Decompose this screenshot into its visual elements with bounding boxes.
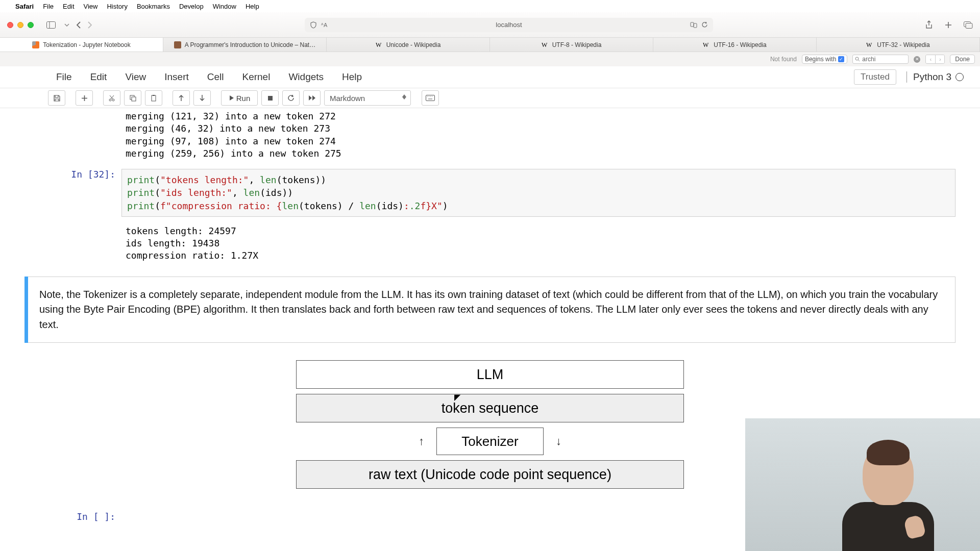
- mouse-cursor-icon: ◤: [454, 392, 460, 402]
- tab-unicode-article[interactable]: A Programmer's Introduction to Unicode –…: [163, 38, 327, 52]
- mac-menu-edit[interactable]: Edit: [63, 3, 74, 10]
- mac-menu-file[interactable]: File: [43, 3, 54, 10]
- move-cell-up-button[interactable]: [173, 90, 190, 106]
- command-palette-button[interactable]: [422, 90, 439, 106]
- tab-wikipedia-utf16[interactable]: W UTF-16 - Wikipedia: [653, 38, 817, 52]
- jupyter-favicon-icon: [32, 41, 39, 48]
- restart-run-all-button[interactable]: [303, 90, 321, 106]
- clear-find-button[interactable]: ✕: [914, 56, 920, 63]
- jupyter-menu-help[interactable]: Help: [342, 71, 362, 83]
- copy-cell-button[interactable]: [124, 90, 141, 106]
- run-label: Run: [236, 94, 251, 103]
- address-bar[interactable]: ᴬA localhost: [305, 18, 713, 32]
- code-cell[interactable]: In [32]: print("tokens length:", len(tok…: [24, 169, 955, 217]
- find-next-button[interactable]: ›: [935, 55, 944, 63]
- svg-rect-17: [152, 95, 156, 101]
- mac-menu-view[interactable]: View: [84, 3, 98, 10]
- mac-menu-bookmarks[interactable]: Bookmarks: [137, 3, 170, 10]
- paste-icon: [150, 94, 157, 102]
- wikipedia-favicon-icon: W: [866, 41, 873, 48]
- move-cell-down-button[interactable]: [193, 90, 211, 106]
- safari-toolbar: ᴬA localhost: [0, 12, 980, 38]
- tokenizer-diagram: LLM ◤ token sequence ↑ Tokenizer ↓ raw t…: [296, 360, 684, 489]
- jupyter-menu-edit[interactable]: Edit: [90, 71, 107, 83]
- wikipedia-favicon-icon: W: [376, 41, 383, 48]
- plus-icon: [81, 95, 88, 102]
- cell-type-select[interactable]: Markdown: [324, 90, 411, 106]
- minimize-window-button[interactable]: [17, 22, 23, 28]
- sidebar-icon: [46, 21, 56, 29]
- tab-jupyter[interactable]: Tokenization - Jupyter Notebook: [0, 38, 163, 52]
- svg-text:W: W: [866, 41, 872, 48]
- code-input-area[interactable]: print("tokens length:", len(tokens)) pri…: [121, 169, 955, 217]
- mac-menu-help[interactable]: Help: [246, 3, 259, 10]
- find-input[interactable]: archi: [852, 55, 909, 64]
- kernel-indicator[interactable]: Python 3: [906, 71, 964, 83]
- interrupt-kernel-button[interactable]: [261, 90, 279, 106]
- close-window-button[interactable]: [7, 22, 13, 28]
- input-prompt: In [32]:: [24, 169, 121, 217]
- find-done-button[interactable]: Done: [950, 55, 975, 64]
- mac-menu-history[interactable]: History: [107, 3, 127, 10]
- restart-kernel-button[interactable]: [282, 90, 300, 106]
- tab-wikipedia-utf32[interactable]: W UTF-32 - Wikipedia: [817, 38, 980, 52]
- presenter-figure: [837, 444, 939, 551]
- arrow-up-icon: ↑: [419, 435, 424, 448]
- trusted-badge[interactable]: Trusted: [854, 69, 896, 85]
- jupyter-menu-view[interactable]: View: [125, 71, 146, 83]
- mac-menu-window[interactable]: Window: [213, 3, 236, 10]
- jupyter-menu-file[interactable]: File: [56, 71, 72, 83]
- arrow-up-icon: [178, 94, 184, 102]
- tab-label: UTF-16 - Wikipedia: [714, 41, 766, 48]
- svg-rect-4: [694, 23, 697, 28]
- translate-icon: [690, 21, 697, 29]
- find-prev-button[interactable]: ‹: [926, 55, 935, 63]
- back-button[interactable]: [76, 21, 82, 29]
- add-cell-button[interactable]: [76, 90, 93, 106]
- cut-cell-button[interactable]: [103, 90, 120, 106]
- sidebar-toggle-button[interactable]: [44, 19, 58, 31]
- webcam-overlay: [745, 418, 980, 551]
- tab-overview-icon[interactable]: [964, 21, 973, 29]
- svg-line-12: [859, 60, 860, 62]
- markdown-cell-selected[interactable]: Note, the Tokenizer is a completely sepa…: [24, 277, 955, 343]
- share-icon[interactable]: [925, 20, 933, 30]
- jupyter-menu-cell[interactable]: Cell: [207, 71, 224, 83]
- new-tab-icon[interactable]: [944, 21, 952, 29]
- scissors-icon: [108, 94, 115, 102]
- favicon-icon: [174, 41, 181, 48]
- mac-app-name[interactable]: Safari: [15, 3, 34, 10]
- tab-label: UTF-8 - Wikipedia: [552, 41, 602, 48]
- find-status: Not found: [770, 56, 797, 63]
- find-bar: Not found Begins with ✓ archi ✕ ‹ › Done: [0, 52, 980, 66]
- tab-wikipedia-unicode[interactable]: W Unicode - Wikipedia: [327, 38, 490, 52]
- tab-wikipedia-utf8[interactable]: W UTF-8 - Wikipedia: [490, 38, 653, 52]
- search-icon: [855, 57, 860, 62]
- stop-icon: [267, 95, 273, 101]
- restart-icon: [287, 94, 295, 102]
- sidebar-dropdown-button[interactable]: [60, 18, 74, 32]
- fullscreen-window-button[interactable]: [28, 22, 34, 28]
- checkmark-icon: ✓: [838, 56, 844, 62]
- paste-cell-button[interactable]: [145, 90, 162, 106]
- markdown-content[interactable]: Note, the Tokenizer is a completely sepa…: [28, 277, 955, 343]
- arrow-down-icon: [199, 94, 205, 102]
- save-button[interactable]: [48, 90, 65, 106]
- jupyter-menu-widgets[interactable]: Widgets: [288, 71, 324, 83]
- diagram-llm-box: LLM: [296, 360, 684, 389]
- find-mode-dropdown[interactable]: Begins with ✓: [802, 55, 847, 64]
- reload-icon[interactable]: [701, 21, 708, 28]
- svg-point-11: [855, 57, 859, 60]
- kernel-name: Python 3: [913, 71, 951, 83]
- forward-button[interactable]: [87, 21, 93, 29]
- input-prompt: In [ ]:: [24, 511, 121, 522]
- kernel-status-icon: [955, 73, 964, 81]
- diagram-raw-box: raw text (Unicode code point sequence): [296, 460, 684, 489]
- tab-label: Unicode - Wikipedia: [386, 41, 441, 48]
- svg-rect-6: [966, 23, 972, 28]
- jupyter-menu-bar: File Edit View Insert Cell Kernel Widget…: [0, 66, 980, 88]
- jupyter-menu-kernel[interactable]: Kernel: [242, 71, 270, 83]
- mac-menu-develop[interactable]: Develop: [179, 3, 204, 10]
- jupyter-menu-insert[interactable]: Insert: [164, 71, 189, 83]
- run-cell-button[interactable]: Run: [221, 90, 258, 106]
